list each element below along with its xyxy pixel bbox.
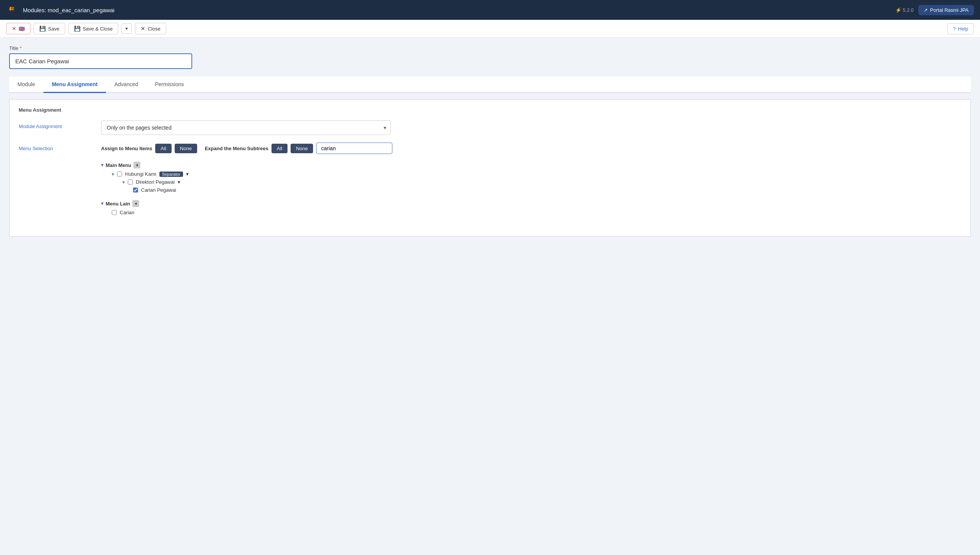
- help-button[interactable]: ? Help: [947, 23, 974, 34]
- hubungi-kami-label: Hubungi Kami: [125, 171, 156, 177]
- save-dropdown-button[interactable]: ▾: [121, 23, 132, 34]
- main-menu-chevron-icon: ▾: [101, 162, 103, 168]
- module-assignment-row: Module Assignment Only on the pages sele…: [19, 120, 961, 135]
- toolbar-right: ? Help: [947, 23, 974, 34]
- tab-advanced[interactable]: Advanced: [106, 77, 146, 93]
- hubungi-kami-dropdown-icon[interactable]: ▾: [186, 171, 189, 177]
- separator-badge: Separator: [159, 172, 183, 177]
- expand-all-button[interactable]: All: [272, 144, 288, 153]
- tab-permissions[interactable]: Permissions: [146, 77, 192, 93]
- menu-selection-control: Assign to Menu Items All None Expand the…: [101, 143, 961, 221]
- cancel-button[interactable]: ✕ 🇬🇧: [6, 23, 31, 34]
- direktori-chevron-icon: ▾: [122, 180, 125, 185]
- close-button[interactable]: ✕ Close: [135, 23, 166, 34]
- navbar: Modules: mod_eac_carian_pegawai ⚡ 5.2.0 …: [0, 0, 980, 20]
- direktori-pegawai-checkbox[interactable]: [128, 180, 133, 184]
- save-icon: 💾: [39, 26, 46, 32]
- carian-pegawai-checkbox[interactable]: [133, 188, 138, 192]
- menu-selection-controls-bar: Assign to Menu Items All None Expand the…: [101, 143, 961, 154]
- menu-lain-chevron-icon: ▾: [101, 201, 103, 206]
- save-button[interactable]: 💾 Save: [34, 23, 65, 34]
- external-link-icon: ↗: [924, 7, 928, 13]
- assign-all-button[interactable]: All: [155, 144, 171, 153]
- navbar-right: ⚡ 5.2.0 ↗ Portal Rasmi JPA: [895, 5, 974, 15]
- menu-lain-label: Menu Lain: [106, 201, 130, 207]
- cancel-x-icon: ✕: [12, 26, 16, 32]
- hubungi-kami-chevron-icon: ▾: [112, 172, 114, 177]
- carian-pegawai-label: Carian Pegawai: [141, 187, 176, 193]
- main-menu-dropdown-icon[interactable]: ▾: [133, 162, 140, 168]
- title-field-group: Title *: [9, 45, 971, 69]
- assign-to-menu-items-label: Assign to Menu Items: [101, 146, 152, 151]
- save-close-button[interactable]: 💾 Save & Close: [68, 23, 119, 34]
- title-input[interactable]: [9, 53, 192, 69]
- version-label: ⚡ 5.2.0: [895, 7, 914, 13]
- hubungi-kami-item: ▾ Hubungi Kami Separator ▾: [101, 170, 961, 178]
- save-close-icon: 💾: [74, 26, 80, 32]
- menu-tree: ▾ Main Menu ▾ ▾ Hubungi Kami Separator ▾: [101, 160, 961, 217]
- flag-icon: 🇬🇧: [19, 26, 25, 32]
- assign-none-button[interactable]: None: [175, 144, 197, 153]
- menu-lain-dropdown-icon[interactable]: ▾: [132, 200, 139, 207]
- carian-pegawai-item: Carian Pegawai: [101, 186, 961, 194]
- hubungi-kami-checkbox[interactable]: [117, 172, 122, 176]
- direktori-pegawai-item: ▾ Direktori Pegawai ▾: [101, 178, 961, 186]
- tab-menu-assignment[interactable]: Menu Assignment: [43, 77, 106, 93]
- close-x-icon: ✕: [141, 26, 145, 32]
- main-menu-group: ▾ Main Menu ▾ ▾ Hubungi Kami Separator ▾: [101, 160, 961, 194]
- toolbar: ✕ 🇬🇧 💾 Save 💾 Save & Close ▾ ✕ Close ? H…: [0, 20, 980, 38]
- menu-selection-row: Menu Selection Assign to Menu Items All …: [19, 143, 961, 221]
- direktori-pegawai-dropdown-icon[interactable]: ▾: [178, 179, 180, 185]
- tab-bar: Module Menu Assignment Advanced Permissi…: [9, 77, 971, 93]
- navbar-left: Modules: mod_eac_carian_pegawai: [6, 4, 114, 16]
- module-assignment-select[interactable]: Only on the pages selected On all pages …: [101, 120, 391, 135]
- content-area: Title * Module Menu Assignment Advanced …: [0, 38, 980, 244]
- carian-item: Carian: [101, 209, 961, 217]
- main-menu-label: Main Menu: [106, 162, 131, 168]
- direktori-pegawai-label: Direktori Pegawai: [136, 179, 175, 185]
- carian-label: Carian: [120, 210, 134, 215]
- module-assignment-control: Only on the pages selected On all pages …: [101, 120, 961, 135]
- menu-lain-group: ▾ Menu Lain ▾ Carian: [101, 199, 961, 217]
- module-assignment-select-wrapper: Only on the pages selected On all pages …: [101, 120, 391, 135]
- tab-module[interactable]: Module: [9, 77, 43, 93]
- portal-button[interactable]: ↗ Portal Rasmi JPA: [918, 5, 974, 15]
- carian-checkbox[interactable]: [112, 210, 117, 215]
- joomla-logo-icon: [6, 4, 18, 16]
- title-label: Title *: [9, 45, 971, 51]
- main-menu-header[interactable]: ▾ Main Menu ▾: [101, 160, 961, 170]
- expand-subtrees-label: Expand the Menu Subtrees: [205, 146, 268, 151]
- expand-none-button[interactable]: None: [291, 144, 313, 153]
- module-assignment-label: Module Assignment: [19, 120, 95, 129]
- panel-title: Menu Assignment: [19, 107, 961, 113]
- required-marker: *: [20, 45, 22, 51]
- menu-assignment-panel: Menu Assignment Module Assignment Only o…: [9, 99, 971, 237]
- menu-selection-label: Menu Selection: [19, 143, 95, 151]
- menu-filter-input[interactable]: [316, 143, 392, 154]
- menu-lain-header[interactable]: ▾ Menu Lain ▾: [101, 199, 961, 209]
- page-title: Modules: mod_eac_carian_pegawai: [23, 7, 114, 13]
- help-question-icon: ?: [953, 26, 956, 32]
